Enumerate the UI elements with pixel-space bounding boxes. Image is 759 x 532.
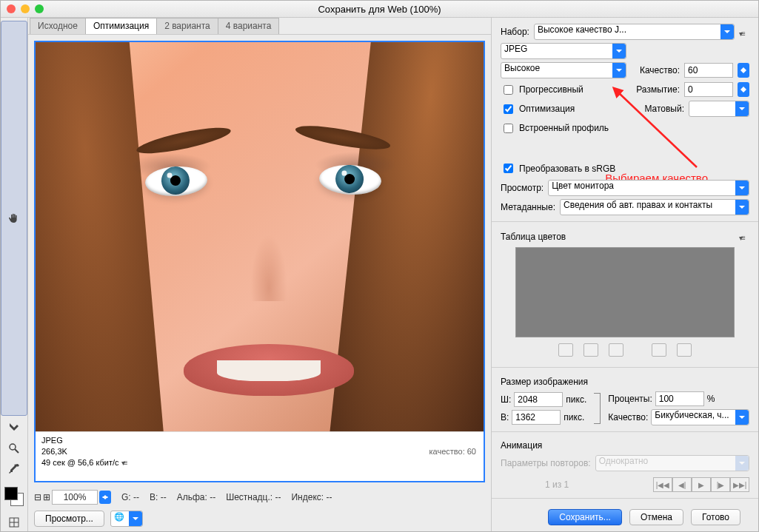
resample-select[interactable]: Бикубическая, ч...	[651, 409, 749, 425]
percent-field[interactable]	[655, 391, 704, 406]
percent-label: Проценты:	[608, 394, 652, 404]
hand-tool[interactable]	[1, 21, 27, 416]
titlebar: Сохранить для Web (100%)	[1, 1, 758, 18]
svg-line-1	[15, 449, 19, 453]
preview-select[interactable]: Цвет монитора	[548, 180, 749, 196]
file-format: JPEG	[41, 435, 478, 446]
quality-field[interactable]	[684, 63, 733, 78]
cancel-button[interactable]: Отмена	[629, 509, 683, 525]
progressive-checkbox[interactable]: Прогрессивный	[501, 83, 584, 97]
metadata-label: Метаданные:	[501, 202, 555, 212]
readout-alpha: Альфа: --	[177, 492, 215, 502]
convert-srgb-checkbox[interactable]: Преобразовать в sRGB	[501, 161, 615, 175]
color-readout-bar: ⊟ ⊞ 100% G: -- B: -- Альфа: -- Шестнадц.…	[28, 488, 491, 506]
embed-profile-checkbox[interactable]: Встроенный профиль	[501, 121, 609, 135]
animation-title: Анимация	[501, 440, 749, 451]
loop-label: Параметры повторов:	[501, 458, 591, 468]
slice-tool[interactable]	[4, 419, 24, 437]
preview-canvas[interactable]: Вот таким будет файл, вместе 8 мб всего …	[34, 41, 485, 482]
play: ▶	[692, 477, 711, 492]
svg-point-0	[10, 444, 16, 450]
minimize-window[interactable]	[21, 4, 30, 13]
ct-btn-4[interactable]	[652, 343, 666, 357]
download-speed-menu[interactable]	[121, 457, 132, 465]
zoom-stepper[interactable]	[99, 491, 111, 504]
tab-optimized[interactable]: Оптимизация	[85, 18, 157, 34]
loop-select: Однократно	[595, 455, 749, 471]
matte-select[interactable]	[689, 101, 749, 117]
zoom-tool[interactable]	[4, 440, 24, 457]
ct-btn-3[interactable]	[609, 343, 623, 357]
tab-original[interactable]: Исходное	[30, 18, 86, 34]
prev-frame: ◀|	[672, 477, 692, 492]
resample-label: Качество:	[608, 412, 648, 422]
done-button[interactable]: Готово	[691, 509, 740, 525]
svg-line-6	[618, 92, 697, 167]
close-window[interactable]	[7, 4, 16, 13]
readout-index: Индекс: --	[291, 492, 332, 502]
colortable-title: Таблица цветов	[501, 232, 566, 242]
eyedropper-tool[interactable]	[4, 460, 24, 478]
slice-visibility[interactable]	[4, 514, 24, 531]
file-quality: качество: 60	[429, 447, 476, 456]
last-frame: ▶▶|	[730, 477, 749, 492]
preview-label: Просмотр:	[501, 183, 544, 193]
height-label: В:	[501, 412, 509, 422]
file-info-bar: JPEG 266,3K 49 сек @ 56,6 кбит/с качеств…	[36, 431, 484, 481]
first-frame: |◀◀	[653, 477, 672, 492]
frame-counter: 1 из 1	[545, 479, 569, 490]
preview-tabs: Исходное Оптимизация 2 варианта 4 вариан…	[28, 18, 491, 35]
browser-preview-select[interactable]: 🌐	[110, 511, 143, 527]
quality-stepper[interactable]	[738, 63, 749, 78]
tab-4up[interactable]: 4 варианта	[218, 18, 280, 34]
metadata-select[interactable]: Сведения об авт. правах и контакты	[560, 199, 749, 215]
ct-btn-1[interactable]	[558, 343, 573, 357]
preset-select[interactable]: Высокое качество J...	[534, 24, 735, 40]
file-size: 266,3K	[41, 446, 478, 457]
file-time: 49 сек @ 56,6 кбит/с	[41, 458, 119, 467]
ct-btn-2[interactable]	[584, 343, 598, 357]
save-for-web-dialog: Сохранить для Web (100%) Исходное Оптими…	[0, 0, 759, 532]
zoom-field[interactable]: 100%	[52, 490, 98, 505]
height-field[interactable]	[512, 410, 561, 425]
blur-stepper[interactable]	[738, 82, 749, 97]
tab-2up[interactable]: 2 варианта	[156, 18, 218, 34]
quality-preset-select[interactable]: Высокое	[501, 62, 626, 78]
imagesize-title: Размер изображения	[501, 377, 749, 387]
format-select[interactable]: JPEG	[501, 43, 626, 59]
ct-btn-5[interactable]	[677, 343, 692, 357]
color-table[interactable]	[515, 247, 735, 337]
preset-label: Набор:	[501, 27, 529, 37]
zoom-out-icon[interactable]: ⊟	[34, 492, 41, 502]
readout-hex: Шестнадц.: --	[226, 492, 281, 502]
zoom-in-icon[interactable]: ⊞	[43, 492, 50, 502]
zoom-window[interactable]	[35, 4, 44, 13]
optimize-checkbox[interactable]: Оптимизация	[501, 102, 575, 116]
colortable-menu[interactable]	[739, 232, 749, 240]
width-label: Ш:	[501, 394, 511, 405]
tool-palette	[1, 18, 28, 531]
window-title: Сохранить для Web (100%)	[1, 4, 758, 15]
settings-panel: Выбираем качество Набор: Высокое качеств…	[491, 18, 758, 531]
preset-menu[interactable]	[739, 28, 749, 36]
quality-label: Качество:	[640, 65, 680, 75]
preview-button[interactable]: Просмотр...	[34, 511, 104, 527]
width-field[interactable]	[514, 392, 563, 407]
save-button[interactable]: Сохранить...	[548, 509, 622, 525]
next-frame: |▶	[711, 477, 730, 492]
link-icon[interactable]	[594, 393, 601, 424]
readout-g: G: --	[121, 492, 139, 502]
color-swatches[interactable]	[4, 487, 24, 506]
readout-b: B: --	[150, 492, 167, 502]
